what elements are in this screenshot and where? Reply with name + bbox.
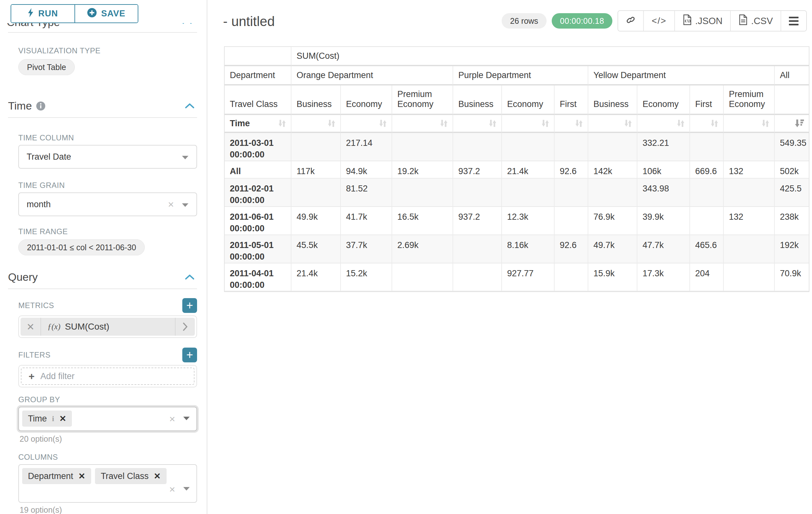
run-save-button-group: RUN SAVE xyxy=(10,4,138,23)
export-csv-button[interactable]: .CSV xyxy=(730,11,781,31)
run-button[interactable]: RUN xyxy=(11,5,75,23)
group-by-select[interactable]: Time i ✕ × xyxy=(18,407,197,431)
pivot-value-cell: 39.9k xyxy=(637,207,690,235)
pivot-class-header: Premium Economy xyxy=(392,85,453,115)
share-link-button[interactable] xyxy=(618,11,643,31)
pivot-sort-cell xyxy=(502,115,555,133)
remove-tag-icon[interactable]: ✕ xyxy=(78,471,85,481)
pivot-sort-cell xyxy=(291,115,341,133)
remove-metric-icon[interactable]: ✕ xyxy=(21,318,41,336)
time-range-value[interactable]: 2011-01-01 ≤ col < 2011-06-30 xyxy=(18,239,145,255)
time-column-select[interactable]: Travel Date xyxy=(18,145,197,169)
pivot-value-cell: 49.9k xyxy=(291,207,341,235)
pivot-value-cell: 92.6 xyxy=(555,235,588,264)
clear-icon[interactable]: × xyxy=(169,414,175,424)
embed-code-button[interactable]: </> xyxy=(643,11,674,31)
time-grain-select[interactable]: month × xyxy=(18,192,197,216)
pivot-time-cell: 2011-03-01 00:00:00 xyxy=(225,133,291,161)
pivot-time-cell: 2011-06-01 00:00:00 xyxy=(225,207,291,235)
pivot-value-cell: 45.5k xyxy=(291,235,341,264)
tag-label: Department xyxy=(28,471,73,481)
run-button-label: RUN xyxy=(38,9,58,19)
sort-updown-icon[interactable] xyxy=(541,118,550,128)
chevron-right-icon[interactable] xyxy=(175,318,195,336)
code-icon: </> xyxy=(651,16,666,26)
control-panel-scroll[interactable]: Chart Type VISUALIZATION TYPE Pivot Tabl… xyxy=(0,0,207,514)
pivot-sort-cell xyxy=(341,115,392,133)
add-metric-button[interactable]: + xyxy=(182,298,197,313)
time-column-value: Travel Date xyxy=(27,152,71,162)
pivot-value-cell xyxy=(502,133,555,161)
sort-updown-icon[interactable] xyxy=(327,118,336,128)
pivot-value-cell: 21.4k xyxy=(502,161,555,179)
pivot-value-cell: 117k xyxy=(291,161,341,179)
sort-updown-icon[interactable] xyxy=(277,118,287,128)
sort-updown-icon[interactable] xyxy=(439,118,449,128)
chevron-up-icon[interactable] xyxy=(185,103,195,109)
sort-updown-icon[interactable] xyxy=(488,118,497,128)
pivot-class-header: Business xyxy=(291,85,341,115)
pivot-value-cell: 19.2k xyxy=(392,161,453,179)
add-filter-dropzone[interactable]: + Add filter xyxy=(21,368,195,385)
pivot-value-cell: 17.3k xyxy=(637,264,690,292)
pivot-time-cell: All xyxy=(225,161,291,179)
sort-updown-icon[interactable] xyxy=(623,118,633,128)
pivot-value-cell: 37.7k xyxy=(341,235,392,264)
pivot-value-cell: 204 xyxy=(690,264,724,292)
pivot-department-header: Yellow Department xyxy=(588,66,775,85)
panel-toolbar: RUN SAVE xyxy=(0,0,207,23)
plus-circle-icon xyxy=(87,8,96,20)
pivot-value-cell xyxy=(724,235,775,264)
pivot-metric-header: SUM(Cost) xyxy=(291,47,809,66)
export-json-button[interactable]: .JSON xyxy=(674,11,730,31)
sort-updown-icon[interactable] xyxy=(378,118,388,128)
pivot-department-row: DepartmentOrange DepartmentPurple Depart… xyxy=(225,66,809,85)
sort-updown-icon[interactable] xyxy=(574,118,584,128)
remove-tag-icon[interactable]: ✕ xyxy=(59,414,66,424)
pivot-value-cell xyxy=(588,179,637,207)
clear-icon[interactable]: × xyxy=(168,199,174,210)
metric-chip[interactable]: ✕ ƒ(x) SUM(Cost) xyxy=(21,318,195,336)
tag-label: Travel Class xyxy=(101,471,149,481)
add-filter-placeholder: Add filter xyxy=(40,371,75,381)
pivot-class-row: Travel ClassBusinessEconomyPremium Econo… xyxy=(225,85,809,115)
pivot-table: SUM(Cost)DepartmentOrange DepartmentPurp… xyxy=(224,46,809,292)
sort-updown-icon[interactable] xyxy=(676,118,686,128)
pivot-value-cell xyxy=(588,133,637,161)
query-section-title: Query xyxy=(8,271,38,283)
pivot-value-cell: 94.9k xyxy=(341,161,392,179)
visualization-type-value[interactable]: Pivot Table xyxy=(18,59,75,75)
add-filter-button[interactable]: + xyxy=(182,348,197,362)
columns-select[interactable]: Department ✕ Travel Class ✕ × xyxy=(18,464,197,503)
group-by-label: GROUP BY xyxy=(18,395,197,404)
pivot-data-row: 2011-06-01 00:00:0049.9k41.7k16.5k937.21… xyxy=(225,207,809,235)
tag-label: Time xyxy=(28,414,47,424)
pivot-corner-cell xyxy=(225,47,291,66)
save-button[interactable]: SAVE xyxy=(75,5,138,23)
pivot-value-cell xyxy=(690,133,724,161)
menu-button[interactable] xyxy=(781,11,806,31)
pivot-value-cell: 132 xyxy=(724,161,775,179)
time-section-header[interactable]: Time xyxy=(8,100,197,112)
chart-area: - untitled 26 rows 00:00:00.18 </> xyxy=(208,0,812,514)
pivot-time-cell: 2011-02-01 00:00:00 xyxy=(225,179,291,207)
row-count-badge: 26 rows xyxy=(502,13,547,29)
sort-updown-icon[interactable] xyxy=(709,118,719,128)
export-json-label: .JSON xyxy=(695,16,722,26)
time-column-label: TIME COLUMN xyxy=(18,133,197,142)
chart-header: - untitled 26 rows 00:00:00.18 </> xyxy=(208,0,807,42)
group-by-options-hint: 20 option(s) xyxy=(20,434,197,444)
pivot-value-cell: 15.9k xyxy=(588,264,637,292)
pivot-value-cell xyxy=(453,235,502,264)
pivot-value-cell: 343.98 xyxy=(637,179,690,207)
chart-title[interactable]: - untitled xyxy=(223,14,275,29)
clear-icon[interactable]: × xyxy=(169,484,175,494)
sort-updown-icon[interactable] xyxy=(761,118,770,128)
remove-tag-icon[interactable]: ✕ xyxy=(154,471,161,481)
sort-desc-icon[interactable] xyxy=(794,118,805,129)
chevron-up-icon[interactable] xyxy=(185,274,195,280)
pivot-time-cell: 2011-04-01 00:00:00 xyxy=(225,264,291,292)
pivot-value-cell xyxy=(502,179,555,207)
query-section-header[interactable]: Query xyxy=(8,271,197,283)
pivot-class-header xyxy=(775,85,809,115)
